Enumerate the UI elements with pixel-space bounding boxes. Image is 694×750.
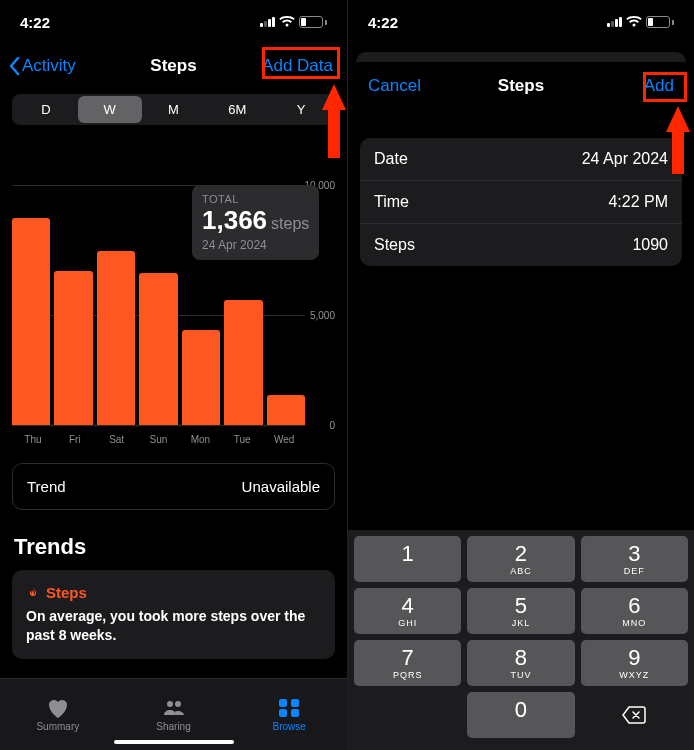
heart-icon — [46, 697, 70, 719]
trend-row[interactable]: Trend Unavailable — [12, 463, 335, 510]
key-blank — [354, 692, 461, 738]
people-icon — [162, 697, 186, 719]
trend-card-title: Steps — [46, 584, 87, 601]
key-6[interactable]: 6MNO — [581, 588, 688, 634]
key-3[interactable]: 3DEF — [581, 536, 688, 582]
add-data-button[interactable]: Add Data — [256, 52, 339, 80]
axis-label-0: 0 — [329, 420, 335, 431]
bar-tue[interactable] — [224, 300, 262, 425]
form-row-time[interactable]: Time 4:22 PM — [360, 180, 682, 223]
seg-month[interactable]: M — [142, 96, 206, 123]
battery-icon: 27 — [646, 16, 674, 28]
bar-mon[interactable] — [182, 330, 220, 425]
chart-summary-callout: TOTAL 1,366steps 24 Apr 2024 — [192, 185, 319, 260]
key-5[interactable]: 5JKL — [467, 588, 574, 634]
xlabel-wed: Wed — [263, 434, 305, 445]
status-right: 27 — [607, 16, 674, 28]
time-value: 4:22 PM — [608, 193, 668, 211]
phone-right-add-data-sheet: 4:22 27 Cancel Steps Add Date 24 Apr 202… — [347, 0, 694, 750]
chart-x-labels: ThuFriSatSunMonTueWed — [12, 434, 305, 445]
wifi-icon — [626, 16, 642, 28]
xlabel-mon: Mon — [179, 434, 221, 445]
cancel-button[interactable]: Cancel — [362, 72, 427, 100]
trend-label: Trend — [27, 478, 66, 495]
svg-rect-0 — [279, 699, 287, 707]
form-row-steps[interactable]: Steps 1090 — [360, 223, 682, 266]
status-bar: 4:22 27 — [348, 0, 694, 44]
tab-bar: Summary Sharing Browse — [0, 678, 347, 750]
date-value: 24 Apr 2024 — [582, 150, 668, 168]
summary-unit: steps — [271, 215, 309, 232]
summary-value: 1,366 — [202, 205, 267, 235]
summary-date: 24 Apr 2024 — [202, 238, 309, 252]
numeric-keypad: 1 2ABC3DEF4GHI5JKL6MNO7PQRS8TUV9WXYZ0 — [348, 530, 694, 750]
cellular-icon — [607, 17, 622, 27]
bar-sat[interactable] — [97, 251, 135, 425]
home-indicator[interactable] — [114, 740, 234, 744]
status-bar: 4:22 27 — [0, 0, 347, 44]
status-time: 4:22 — [20, 14, 50, 31]
xlabel-thu: Thu — [12, 434, 54, 445]
steps-chart: TOTAL 1,366steps 24 Apr 2024 10,000 5,00… — [12, 185, 335, 445]
trend-value: Unavailable — [242, 478, 320, 495]
trend-card-steps[interactable]: Steps On average, you took more steps ov… — [12, 570, 335, 659]
xlabel-sun: Sun — [138, 434, 180, 445]
wifi-icon — [279, 16, 295, 28]
status-right: 27 — [260, 16, 327, 28]
nav-bar: Activity Steps Add Data — [0, 44, 347, 88]
date-label: Date — [374, 150, 408, 168]
cellular-icon — [260, 17, 275, 27]
sheet-nav: Cancel Steps Add — [348, 62, 694, 110]
key-8[interactable]: 8TUV — [467, 640, 574, 686]
key-0[interactable]: 0 — [467, 692, 574, 738]
seg-day[interactable]: D — [14, 96, 78, 123]
key-4[interactable]: 4GHI — [354, 588, 461, 634]
seg-6month[interactable]: 6M — [205, 96, 269, 123]
summary-label: TOTAL — [202, 193, 309, 205]
back-button[interactable]: Activity — [8, 56, 76, 76]
bar-thu[interactable] — [12, 218, 50, 425]
status-time: 4:22 — [368, 14, 398, 31]
steps-label: Steps — [374, 236, 415, 254]
phone-left-steps-detail: 4:22 27 Activity Steps Add Data D W M 6M… — [0, 0, 347, 750]
key-9[interactable]: 9WXYZ — [581, 640, 688, 686]
tab-summary[interactable]: Summary — [0, 679, 116, 750]
form-row-date[interactable]: Date 24 Apr 2024 — [360, 138, 682, 180]
xlabel-fri: Fri — [54, 434, 96, 445]
key-delete[interactable] — [581, 692, 688, 738]
backspace-icon — [621, 705, 647, 725]
time-label: Time — [374, 193, 409, 211]
tab-browse[interactable]: Browse — [231, 679, 347, 750]
trends-section-title: Trends — [14, 534, 333, 560]
svg-rect-1 — [291, 699, 299, 707]
steps-value: 1090 — [632, 236, 668, 254]
bar-fri[interactable] — [54, 271, 92, 425]
battery-icon: 27 — [299, 16, 327, 28]
time-range-segmented[interactable]: D W M 6M Y — [12, 94, 335, 125]
add-data-sheet: Cancel Steps Add Date 24 Apr 2024 Time 4… — [348, 62, 694, 750]
trend-card-text: On average, you took more steps over the… — [26, 607, 321, 645]
bar-wed[interactable] — [267, 395, 305, 425]
bar-sun[interactable] — [139, 273, 177, 425]
seg-week[interactable]: W — [78, 96, 142, 123]
axis-label-5000: 5,000 — [310, 310, 335, 321]
key-2[interactable]: 2ABC — [467, 536, 574, 582]
add-data-form: Date 24 Apr 2024 Time 4:22 PM Steps 1090 — [360, 138, 682, 266]
xlabel-tue: Tue — [221, 434, 263, 445]
svg-rect-2 — [279, 709, 287, 717]
chevron-left-icon — [8, 56, 20, 76]
key-7[interactable]: 7PQRS — [354, 640, 461, 686]
grid-icon — [277, 697, 301, 719]
xlabel-sat: Sat — [96, 434, 138, 445]
flame-icon — [26, 586, 40, 600]
key-1[interactable]: 1 — [354, 536, 461, 582]
add-button[interactable]: Add — [638, 72, 680, 100]
svg-rect-3 — [291, 709, 299, 717]
